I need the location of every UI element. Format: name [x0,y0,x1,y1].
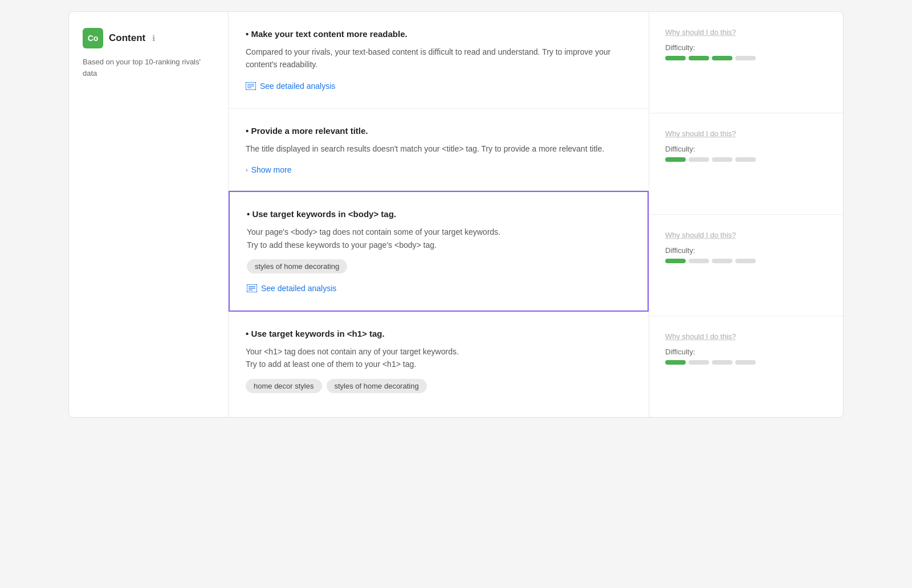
row-readability-body: Compared to your rivals, your text-based… [246,46,632,71]
analysis-icon-2 [247,284,257,292]
difficulty-bar-3 [665,259,827,263]
bar-seg-2-1 [665,157,686,162]
bar-seg-2-4 [735,157,756,162]
row-readability-title: • Make your text content more readable. [246,28,632,40]
keyword-tags-body: styles of home decorating [247,259,630,273]
bar-seg-2-2 [689,157,709,162]
show-more-link[interactable]: › Show more [246,165,291,174]
bar-seg-1-1 [665,56,686,60]
row-body-tag: • Use target keywords in <body> tag. You… [229,191,649,312]
brand-logo: Co [83,28,103,48]
info-icon[interactable]: ℹ [152,34,155,43]
bar-seg-1-3 [712,56,732,60]
bar-seg-1-4 [735,56,756,60]
brand-title: Content [109,32,145,44]
why-link-4[interactable]: Why should I do this? [665,332,827,341]
difficulty-bar-2 [665,157,827,162]
right-row-4: Why should I do this? Difficulty: [649,316,843,417]
bar-seg-3-3 [712,259,732,263]
row-body-tag-title: • Use target keywords in <body> tag. [247,208,630,220]
row-h1-tag-title: • Use target keywords in <h1> tag. [246,328,632,340]
brand-subtitle: Based on your top 10-ranking rivals' dat… [83,56,214,79]
right-row-1: Why should I do this? Difficulty: [649,12,843,113]
difficulty-label-4: Difficulty: [665,348,827,356]
difficulty-bar-1 [665,56,827,60]
left-column: Co Content ℹ Based on your top 10-rankin… [69,12,229,417]
see-analysis-link-readability[interactable]: See detailed analysis [246,81,335,91]
chevron-icon: › [246,166,248,173]
analysis-icon [246,82,256,90]
bar-seg-2-3 [712,157,732,162]
bar-seg-4-3 [712,360,732,365]
row-title: • Provide a more relevant title. The tit… [229,109,649,191]
main-container: Co Content ℹ Based on your top 10-rankin… [68,11,844,418]
row-body-tag-body: Your page's <body> tag does not contain … [247,226,630,251]
why-link-1[interactable]: Why should I do this? [665,28,827,36]
right-row-2: Why should I do this? Difficulty: [649,113,843,215]
difficulty-label-1: Difficulty: [665,43,827,52]
row-title-body: The title displayed in search results do… [246,142,632,155]
bar-seg-3-4 [735,259,756,263]
why-link-2[interactable]: Why should I do this? [665,129,827,138]
bar-seg-4-4 [735,360,756,365]
difficulty-label-2: Difficulty: [665,145,827,153]
middle-column: • Make your text content more readable. … [229,12,649,417]
bar-seg-3-1 [665,259,686,263]
difficulty-label-3: Difficulty: [665,246,827,255]
keyword-tags-h1: home decor styles styles of home decorat… [246,379,632,393]
row-title-title: • Provide a more relevant title. [246,125,632,137]
right-column: Why should I do this? Difficulty: Why sh… [649,12,843,417]
why-link-3[interactable]: Why should I do this? [665,231,827,239]
row-h1-tag: • Use target keywords in <h1> tag. Your … [229,312,649,417]
right-row-3: Why should I do this? Difficulty: [649,215,843,316]
keyword-tag-h1-1: home decor styles [246,379,322,393]
brand-header: Co Content ℹ [83,28,214,48]
bar-seg-4-1 [665,360,686,365]
row-h1-tag-body: Your <h1> tag does not contain any of yo… [246,345,632,371]
keyword-tag: styles of home decorating [247,259,347,273]
bar-seg-3-2 [689,259,709,263]
content-grid: Co Content ℹ Based on your top 10-rankin… [69,12,843,417]
see-analysis-link-body-tag[interactable]: See detailed analysis [247,284,336,293]
difficulty-bar-4 [665,360,827,365]
bar-seg-4-2 [689,360,709,365]
row-readability: • Make your text content more readable. … [229,12,649,109]
bar-seg-1-2 [689,56,709,60]
keyword-tag-h1-2: styles of home decorating [327,379,427,393]
